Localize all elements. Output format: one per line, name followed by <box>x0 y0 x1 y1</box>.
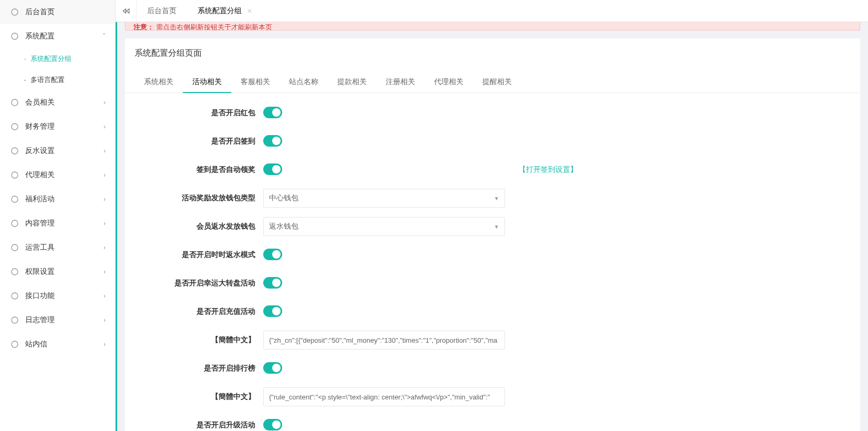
sidebar-subitem[interactable]: ◦多语言配置 <box>0 69 115 90</box>
top-tabbar: 后台首页系统配置分组✕ <box>116 0 868 22</box>
toggle-switch[interactable] <box>263 305 282 317</box>
circle-icon <box>11 147 19 155</box>
sidebar-item[interactable]: 内容管理› <box>0 211 115 235</box>
inner-tab[interactable]: 系统相关 <box>135 70 183 93</box>
sidebar: 后台首页系统配置˅◦系统配置分组◦多语言配置会员相关›财务管理›反水设置›代理相… <box>0 0 116 431</box>
svg-point-7 <box>12 220 18 227</box>
form-label: 是否开启充值活动 <box>135 307 263 316</box>
sidebar-item[interactable]: 后台首页 <box>0 0 115 24</box>
form-extra-link[interactable]: 【打开签到设置】 <box>519 165 577 175</box>
text-input[interactable]: {"zh_cn":[{"deposit":"50","ml_money":"13… <box>263 331 505 350</box>
form-label: 【簡體中文】 <box>135 392 263 402</box>
form-label: 【簡體中文】 <box>135 335 263 345</box>
circle-icon <box>11 316 19 324</box>
form-row: 是否开启排行榜 <box>135 359 851 378</box>
form-control <box>263 305 282 319</box>
bullet-icon: ◦ <box>24 77 26 83</box>
toggle-switch[interactable] <box>263 163 282 175</box>
sidebar-item[interactable]: 会员相关› <box>0 90 115 115</box>
circle-icon <box>11 243 19 252</box>
tab-collapse-button[interactable] <box>116 0 137 22</box>
form-row: 活动奖励发放钱包类型中心钱包▼ <box>135 189 851 208</box>
text-input[interactable]: {"rule_content":"<p style=\"text-align: … <box>263 387 505 406</box>
alert-prefix: 注意： <box>133 23 154 30</box>
toggle-switch[interactable] <box>263 362 282 374</box>
form-label: 是否开启签到 <box>135 137 263 146</box>
inner-tabs: 系统相关活动相关客服相关站点名称提款相关注册相关代理相关提醒相关 <box>125 70 860 93</box>
sidebar-item[interactable]: 站内信› <box>0 332 115 356</box>
inner-tab[interactable]: 站点名称 <box>280 70 328 93</box>
rewind-icon <box>122 7 130 15</box>
circle-icon <box>11 219 19 228</box>
circle-icon <box>11 32 19 40</box>
page-title: 系统配置分组页面 <box>125 38 860 70</box>
top-tab[interactable]: 后台首页 <box>137 0 187 22</box>
toggle-switch[interactable] <box>263 107 282 118</box>
svg-point-10 <box>12 293 18 299</box>
sidebar-item[interactable]: 反水设置› <box>0 139 115 163</box>
circle-icon <box>11 292 19 300</box>
toggle-switch[interactable] <box>263 135 282 147</box>
sidebar-item-label: 财务管理 <box>25 122 55 131</box>
sidebar-item-label: 福利活动 <box>25 194 55 204</box>
chevron-right-icon: › <box>104 341 106 348</box>
form-label: 是否开启幸运大转盘活动 <box>135 279 263 288</box>
active-tab-indicator <box>116 22 117 431</box>
toggle-switch[interactable] <box>263 277 282 289</box>
form-control: {"zh_cn":[{"deposit":"50","ml_money":"13… <box>263 331 505 350</box>
chevron-right-icon: › <box>104 268 106 275</box>
form-row: 会员返水发放钱包返水钱包▼ <box>135 217 851 236</box>
inner-tab[interactable]: 注册相关 <box>376 70 425 93</box>
svg-point-4 <box>12 148 18 154</box>
inner-tab[interactable]: 代理相关 <box>425 70 473 93</box>
chevron-right-icon: › <box>104 244 106 251</box>
svg-marker-13 <box>123 8 126 13</box>
form-row: 是否开启红包 <box>135 104 851 122</box>
sidebar-subitem-label: 多语言配置 <box>30 75 65 85</box>
alert-banner: 注意： 需点击右侧刷新按钮关于才能刷新本页 <box>125 22 860 30</box>
form-control <box>263 135 282 148</box>
select-dropdown[interactable]: 中心钱包▼ <box>263 189 505 208</box>
chevron-right-icon: › <box>104 220 106 227</box>
svg-point-9 <box>12 269 18 275</box>
select-value: 返水钱包 <box>269 222 298 231</box>
form-control <box>263 107 282 120</box>
chevron-right-icon: › <box>104 316 106 324</box>
sidebar-item-label: 反水设置 <box>25 146 55 156</box>
content-scroll[interactable]: 注意： 需点击右侧刷新按钮关于才能刷新本页 系统配置分组页面 系统相关活动相关客… <box>116 22 868 431</box>
sidebar-item[interactable]: 代理相关› <box>0 163 115 187</box>
form-row: 是否开启升级活动 <box>135 416 851 431</box>
form-label: 签到是否自动领奖 <box>135 165 263 175</box>
tab-close-icon[interactable]: ✕ <box>247 7 252 15</box>
sidebar-item[interactable]: 系统配置˅ <box>0 24 115 48</box>
toggle-switch[interactable] <box>263 419 282 430</box>
sidebar-item[interactable]: 接口功能› <box>0 284 115 308</box>
inner-tab[interactable]: 提醒相关 <box>473 70 521 93</box>
sidebar-item[interactable]: 日志管理› <box>0 308 115 332</box>
circle-icon <box>11 98 19 107</box>
svg-marker-14 <box>126 8 129 13</box>
bullet-icon: ◦ <box>24 56 26 62</box>
sidebar-item[interactable]: 运营工具› <box>0 235 115 260</box>
toggle-switch[interactable] <box>263 249 282 260</box>
form-label: 是否开启排行榜 <box>135 364 263 373</box>
select-dropdown[interactable]: 返水钱包▼ <box>263 217 505 236</box>
sidebar-item[interactable]: 财务管理› <box>0 115 115 139</box>
sidebar-item-label: 后台首页 <box>25 7 55 17</box>
chevron-right-icon: › <box>104 196 106 203</box>
inner-tab[interactable]: 活动相关 <box>183 70 231 93</box>
svg-point-6 <box>12 196 18 202</box>
form-control <box>263 163 282 177</box>
tab-label: 后台首页 <box>147 6 177 16</box>
inner-tab[interactable]: 客服相关 <box>231 70 280 93</box>
sidebar-item[interactable]: 福利活动› <box>0 187 115 211</box>
svg-point-8 <box>12 244 18 251</box>
caret-down-icon: ▼ <box>494 196 499 201</box>
sidebar-item[interactable]: 权限设置› <box>0 260 115 284</box>
caret-down-icon: ▼ <box>494 224 499 230</box>
circle-icon <box>11 195 19 203</box>
inner-tab[interactable]: 提款相关 <box>328 70 376 93</box>
sidebar-subitem[interactable]: ◦系统配置分组 <box>0 48 115 69</box>
top-tab[interactable]: 系统配置分组✕ <box>187 0 263 22</box>
form-row: 【簡體中文】{"rule_content":"<p style=\"text-a… <box>135 387 851 406</box>
